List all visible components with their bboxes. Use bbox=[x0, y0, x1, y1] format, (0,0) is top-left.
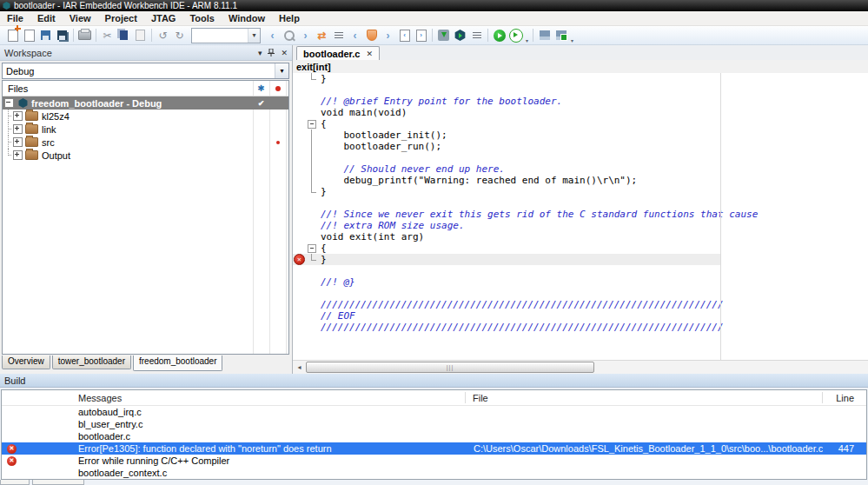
menu-view[interactable]: View bbox=[63, 13, 98, 23]
run-to-cursor-button[interactable] bbox=[507, 28, 524, 43]
build-message-row[interactable]: bl_user_entry.c bbox=[2, 418, 866, 430]
menu-help[interactable]: Help bbox=[272, 13, 307, 23]
menu-jtag[interactable]: JTAG bbox=[144, 13, 183, 23]
build-message-row[interactable]: autobaud_irq.c bbox=[2, 406, 866, 418]
debug-button[interactable] bbox=[452, 28, 468, 43]
toolbar-overflow-button[interactable]: ▾ bbox=[524, 28, 530, 43]
code-line[interactable]: bootloader_init(); bbox=[293, 130, 868, 141]
tree-item-output[interactable]: Output bbox=[3, 149, 288, 162]
combo-dropdown-icon[interactable]: ▾ bbox=[248, 29, 260, 43]
bookmark-list-button[interactable] bbox=[330, 28, 347, 43]
fold-collapse-icon[interactable] bbox=[305, 118, 321, 130]
tree-item-src[interactable]: src bbox=[3, 136, 288, 149]
tab-bootloader-c[interactable]: bootloader.c ✕ bbox=[296, 46, 380, 60]
undo-button[interactable]: ↺ bbox=[155, 28, 171, 43]
code-line[interactable]: //! @} bbox=[293, 276, 868, 288]
build-error-row-selected[interactable]: ✕ Error[Pe1305]: function declared with … bbox=[2, 442, 866, 455]
code-line[interactable]: ////////////////////////////////////////… bbox=[293, 299, 868, 310]
code-line[interactable] bbox=[293, 152, 868, 163]
find-button[interactable] bbox=[281, 28, 297, 43]
dropdown-arrow-icon[interactable]: ▾ bbox=[275, 63, 288, 78]
download-flash-button[interactable] bbox=[435, 28, 452, 43]
fold-collapse-icon[interactable] bbox=[305, 242, 321, 254]
code-line[interactable] bbox=[293, 84, 868, 96]
close-tab-icon[interactable]: ✕ bbox=[366, 50, 373, 58]
close-icon[interactable]: ✕ bbox=[281, 49, 288, 57]
next-file-button[interactable]: › bbox=[413, 28, 429, 43]
tab-tower-bootloader[interactable]: tower_bootloader bbox=[52, 355, 131, 369]
code-line[interactable]: } bbox=[293, 186, 868, 197]
expand-icon[interactable] bbox=[13, 137, 23, 147]
collapse-icon[interactable] bbox=[4, 98, 14, 108]
code-line[interactable]: // Should never end up here. bbox=[293, 163, 868, 175]
redo-button[interactable]: ↻ bbox=[171, 28, 188, 43]
code-line[interactable]: // EOF bbox=[293, 310, 868, 322]
paste-button[interactable] bbox=[132, 28, 149, 43]
horizontal-scrollbar[interactable]: ◂ ||| bbox=[293, 360, 868, 374]
bottom-tab-stub[interactable] bbox=[0, 480, 30, 485]
build-message-row[interactable]: bootloader_context.c bbox=[2, 467, 866, 479]
code-line[interactable]: { bbox=[293, 118, 868, 130]
build-message-row[interactable]: bootloader.c bbox=[2, 430, 866, 442]
tab-overview[interactable]: Overview bbox=[2, 355, 50, 369]
save-button[interactable] bbox=[37, 28, 54, 43]
tab-freedom-bootloader[interactable]: freedom_bootloader bbox=[133, 355, 223, 371]
debug-log-button[interactable] bbox=[468, 28, 485, 43]
expand-icon[interactable] bbox=[13, 150, 23, 160]
run-button[interactable] bbox=[491, 28, 507, 43]
menu-file[interactable]: File bbox=[0, 13, 30, 23]
bottom-tab-stub[interactable] bbox=[32, 480, 84, 485]
tree-item-kl25z4[interactable]: kl25z4 bbox=[3, 110, 288, 123]
expand-icon[interactable] bbox=[13, 111, 23, 121]
nav-back-button[interactable]: ‹ bbox=[264, 28, 281, 43]
tree-connector bbox=[4, 110, 13, 123]
toggle-bookmark-button[interactable]: ⇄ bbox=[314, 28, 330, 43]
rebuild-button[interactable] bbox=[553, 28, 569, 43]
configuration-dropdown[interactable]: Debug ▾ bbox=[2, 63, 289, 79]
scrollbar-thumb[interactable]: ||| bbox=[306, 362, 594, 373]
tree-item-link[interactable]: link bbox=[3, 123, 288, 136]
copy-button[interactable] bbox=[116, 28, 132, 43]
error-icon: ✕ bbox=[7, 444, 17, 454]
code-line[interactable]: //! extra ROM size usage. bbox=[293, 220, 868, 231]
code-line[interactable]: void main(void) bbox=[293, 107, 868, 118]
code-line[interactable]: debug_printf("Warning: reached end of ma… bbox=[293, 175, 868, 186]
toolbar-overflow-button[interactable]: ▾ bbox=[569, 28, 575, 43]
menu-edit[interactable]: Edit bbox=[30, 13, 63, 23]
cut-button[interactable]: ✂ bbox=[99, 28, 116, 43]
code-line[interactable]: { bbox=[293, 242, 868, 254]
expand-icon[interactable] bbox=[13, 124, 23, 134]
code-line[interactable] bbox=[293, 197, 868, 209]
code-line[interactable]: ////////////////////////////////////////… bbox=[293, 322, 868, 333]
breakpoint-button[interactable] bbox=[363, 28, 380, 43]
code-line[interactable]: void exit(int arg) bbox=[293, 231, 868, 242]
print-button[interactable] bbox=[76, 28, 93, 43]
pin-icon[interactable] bbox=[268, 49, 275, 56]
fold-end-marker bbox=[305, 254, 321, 265]
open-file-button[interactable] bbox=[21, 28, 37, 43]
quick-search-combo[interactable]: ▾ bbox=[191, 28, 261, 43]
make-button[interactable] bbox=[536, 28, 553, 43]
code-line[interactable]: bootloader_run(); bbox=[293, 141, 868, 152]
build-error-row[interactable]: ✕ Error while running C/C++ Compiler bbox=[2, 455, 866, 467]
code-line[interactable]: } bbox=[293, 73, 868, 84]
menu-window[interactable]: Window bbox=[222, 13, 272, 23]
next-bookmark-button[interactable]: › bbox=[380, 28, 396, 43]
save-all-button[interactable] bbox=[54, 28, 70, 43]
menu-project[interactable]: Project bbox=[98, 13, 144, 23]
scroll-left-icon[interactable]: ◂ bbox=[293, 361, 306, 374]
tree-item-label: link bbox=[42, 124, 56, 135]
nav-forward-button[interactable]: › bbox=[297, 28, 314, 43]
prev-bookmark-button[interactable]: ‹ bbox=[347, 28, 363, 43]
new-file-button[interactable] bbox=[4, 28, 21, 43]
prev-file-button[interactable]: ‹ bbox=[396, 28, 413, 43]
code-line[interactable] bbox=[293, 265, 868, 276]
code-editor[interactable]: } //! @brief Entry point for the bootloa… bbox=[293, 73, 868, 361]
tree-item-project[interactable]: freedom_bootloader - Debug ✔ bbox=[3, 96, 288, 110]
code-line-error[interactable]: } bbox=[293, 254, 868, 265]
code-line[interactable]: //! @brief Entry point for the bootloade… bbox=[293, 96, 868, 107]
menu-tools[interactable]: Tools bbox=[182, 13, 222, 23]
panel-menu-icon[interactable]: ▾ bbox=[258, 49, 262, 57]
code-line[interactable] bbox=[293, 288, 868, 299]
code-line[interactable]: //! Since we never exit this gets rid of… bbox=[293, 209, 868, 220]
